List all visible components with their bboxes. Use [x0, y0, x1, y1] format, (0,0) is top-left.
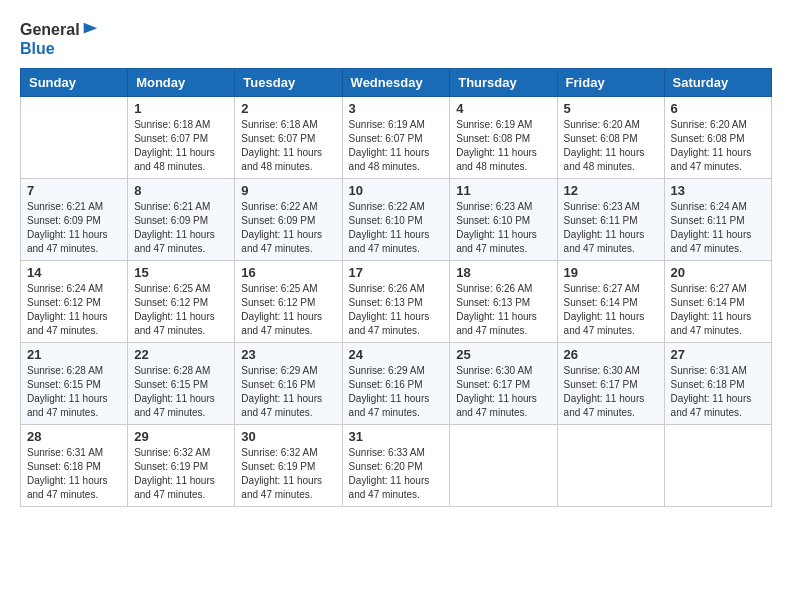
day-info: Sunrise: 6:24 AM Sunset: 6:12 PM Dayligh…: [27, 282, 121, 338]
day-number: 2: [241, 101, 335, 116]
calendar-cell: 2Sunrise: 6:18 AM Sunset: 6:07 PM Daylig…: [235, 97, 342, 179]
day-number: 20: [671, 265, 765, 280]
day-info: Sunrise: 6:23 AM Sunset: 6:11 PM Dayligh…: [564, 200, 658, 256]
calendar-cell: 14Sunrise: 6:24 AM Sunset: 6:12 PM Dayli…: [21, 261, 128, 343]
calendar-cell: 27Sunrise: 6:31 AM Sunset: 6:18 PM Dayli…: [664, 343, 771, 425]
day-info: Sunrise: 6:20 AM Sunset: 6:08 PM Dayligh…: [564, 118, 658, 174]
calendar-cell: 15Sunrise: 6:25 AM Sunset: 6:12 PM Dayli…: [128, 261, 235, 343]
day-number: 13: [671, 183, 765, 198]
calendar-cell: 29Sunrise: 6:32 AM Sunset: 6:19 PM Dayli…: [128, 425, 235, 507]
day-info: Sunrise: 6:22 AM Sunset: 6:10 PM Dayligh…: [349, 200, 444, 256]
column-header-thursday: Thursday: [450, 69, 557, 97]
day-number: 6: [671, 101, 765, 116]
day-number: 16: [241, 265, 335, 280]
day-info: Sunrise: 6:21 AM Sunset: 6:09 PM Dayligh…: [134, 200, 228, 256]
calendar-header-row: SundayMondayTuesdayWednesdayThursdayFrid…: [21, 69, 772, 97]
calendar-cell: 8Sunrise: 6:21 AM Sunset: 6:09 PM Daylig…: [128, 179, 235, 261]
day-info: Sunrise: 6:22 AM Sunset: 6:09 PM Dayligh…: [241, 200, 335, 256]
calendar-cell: 21Sunrise: 6:28 AM Sunset: 6:15 PM Dayli…: [21, 343, 128, 425]
day-number: 5: [564, 101, 658, 116]
day-number: 7: [27, 183, 121, 198]
column-header-monday: Monday: [128, 69, 235, 97]
day-number: 24: [349, 347, 444, 362]
calendar-cell: [450, 425, 557, 507]
day-info: Sunrise: 6:26 AM Sunset: 6:13 PM Dayligh…: [349, 282, 444, 338]
day-info: Sunrise: 6:29 AM Sunset: 6:16 PM Dayligh…: [349, 364, 444, 420]
calendar-cell: 1Sunrise: 6:18 AM Sunset: 6:07 PM Daylig…: [128, 97, 235, 179]
calendar-cell: 18Sunrise: 6:26 AM Sunset: 6:13 PM Dayli…: [450, 261, 557, 343]
column-header-sunday: Sunday: [21, 69, 128, 97]
day-number: 27: [671, 347, 765, 362]
calendar-cell: 30Sunrise: 6:32 AM Sunset: 6:19 PM Dayli…: [235, 425, 342, 507]
logo-flag-icon: [81, 21, 99, 39]
day-number: 12: [564, 183, 658, 198]
day-number: 19: [564, 265, 658, 280]
calendar-cell: [664, 425, 771, 507]
calendar-cell: 19Sunrise: 6:27 AM Sunset: 6:14 PM Dayli…: [557, 261, 664, 343]
calendar-cell: 3Sunrise: 6:19 AM Sunset: 6:07 PM Daylig…: [342, 97, 450, 179]
day-info: Sunrise: 6:21 AM Sunset: 6:09 PM Dayligh…: [27, 200, 121, 256]
day-number: 17: [349, 265, 444, 280]
calendar-cell: 4Sunrise: 6:19 AM Sunset: 6:08 PM Daylig…: [450, 97, 557, 179]
day-number: 1: [134, 101, 228, 116]
day-info: Sunrise: 6:28 AM Sunset: 6:15 PM Dayligh…: [27, 364, 121, 420]
day-number: 14: [27, 265, 121, 280]
calendar-cell: 9Sunrise: 6:22 AM Sunset: 6:09 PM Daylig…: [235, 179, 342, 261]
day-info: Sunrise: 6:32 AM Sunset: 6:19 PM Dayligh…: [241, 446, 335, 502]
day-number: 8: [134, 183, 228, 198]
day-info: Sunrise: 6:27 AM Sunset: 6:14 PM Dayligh…: [564, 282, 658, 338]
calendar-cell: 23Sunrise: 6:29 AM Sunset: 6:16 PM Dayli…: [235, 343, 342, 425]
day-info: Sunrise: 6:30 AM Sunset: 6:17 PM Dayligh…: [456, 364, 550, 420]
calendar-week-row: 28Sunrise: 6:31 AM Sunset: 6:18 PM Dayli…: [21, 425, 772, 507]
logo: General Blue: [20, 20, 99, 58]
day-number: 26: [564, 347, 658, 362]
calendar-cell: 7Sunrise: 6:21 AM Sunset: 6:09 PM Daylig…: [21, 179, 128, 261]
day-info: Sunrise: 6:20 AM Sunset: 6:08 PM Dayligh…: [671, 118, 765, 174]
day-number: 9: [241, 183, 335, 198]
calendar-cell: 13Sunrise: 6:24 AM Sunset: 6:11 PM Dayli…: [664, 179, 771, 261]
calendar-cell: 26Sunrise: 6:30 AM Sunset: 6:17 PM Dayli…: [557, 343, 664, 425]
day-info: Sunrise: 6:26 AM Sunset: 6:13 PM Dayligh…: [456, 282, 550, 338]
day-info: Sunrise: 6:18 AM Sunset: 6:07 PM Dayligh…: [134, 118, 228, 174]
logo-text-general: General: [20, 20, 80, 39]
calendar-cell: 31Sunrise: 6:33 AM Sunset: 6:20 PM Dayli…: [342, 425, 450, 507]
day-info: Sunrise: 6:23 AM Sunset: 6:10 PM Dayligh…: [456, 200, 550, 256]
day-info: Sunrise: 6:33 AM Sunset: 6:20 PM Dayligh…: [349, 446, 444, 502]
day-number: 21: [27, 347, 121, 362]
day-number: 22: [134, 347, 228, 362]
calendar-cell: 11Sunrise: 6:23 AM Sunset: 6:10 PM Dayli…: [450, 179, 557, 261]
calendar-week-row: 21Sunrise: 6:28 AM Sunset: 6:15 PM Dayli…: [21, 343, 772, 425]
day-number: 3: [349, 101, 444, 116]
day-info: Sunrise: 6:29 AM Sunset: 6:16 PM Dayligh…: [241, 364, 335, 420]
calendar-cell: 17Sunrise: 6:26 AM Sunset: 6:13 PM Dayli…: [342, 261, 450, 343]
day-number: 10: [349, 183, 444, 198]
day-number: 18: [456, 265, 550, 280]
day-info: Sunrise: 6:18 AM Sunset: 6:07 PM Dayligh…: [241, 118, 335, 174]
calendar-cell: 5Sunrise: 6:20 AM Sunset: 6:08 PM Daylig…: [557, 97, 664, 179]
day-number: 25: [456, 347, 550, 362]
day-number: 11: [456, 183, 550, 198]
calendar-week-row: 7Sunrise: 6:21 AM Sunset: 6:09 PM Daylig…: [21, 179, 772, 261]
page-header: General Blue: [20, 20, 772, 58]
day-number: 28: [27, 429, 121, 444]
day-number: 23: [241, 347, 335, 362]
calendar-cell: 12Sunrise: 6:23 AM Sunset: 6:11 PM Dayli…: [557, 179, 664, 261]
day-number: 30: [241, 429, 335, 444]
day-number: 29: [134, 429, 228, 444]
day-info: Sunrise: 6:25 AM Sunset: 6:12 PM Dayligh…: [241, 282, 335, 338]
column-header-saturday: Saturday: [664, 69, 771, 97]
calendar-table: SundayMondayTuesdayWednesdayThursdayFrid…: [20, 68, 772, 507]
calendar-cell: 22Sunrise: 6:28 AM Sunset: 6:15 PM Dayli…: [128, 343, 235, 425]
logo-text-blue: Blue: [20, 39, 99, 58]
calendar-week-row: 1Sunrise: 6:18 AM Sunset: 6:07 PM Daylig…: [21, 97, 772, 179]
day-info: Sunrise: 6:30 AM Sunset: 6:17 PM Dayligh…: [564, 364, 658, 420]
day-info: Sunrise: 6:28 AM Sunset: 6:15 PM Dayligh…: [134, 364, 228, 420]
calendar-cell: [21, 97, 128, 179]
calendar-cell: 10Sunrise: 6:22 AM Sunset: 6:10 PM Dayli…: [342, 179, 450, 261]
day-number: 15: [134, 265, 228, 280]
day-info: Sunrise: 6:31 AM Sunset: 6:18 PM Dayligh…: [27, 446, 121, 502]
svg-marker-0: [83, 22, 97, 33]
column-header-friday: Friday: [557, 69, 664, 97]
column-header-wednesday: Wednesday: [342, 69, 450, 97]
calendar-cell: 16Sunrise: 6:25 AM Sunset: 6:12 PM Dayli…: [235, 261, 342, 343]
